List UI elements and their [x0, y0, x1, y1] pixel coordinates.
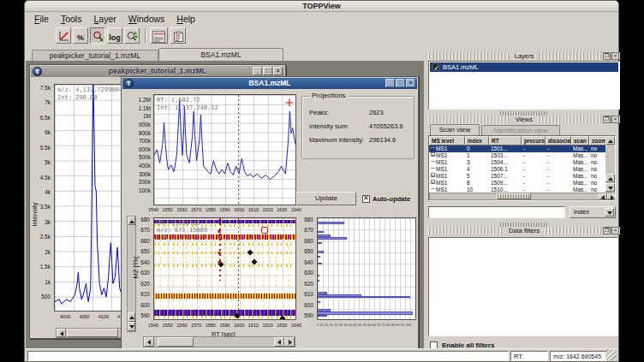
scroll-up-button[interactable]	[605, 136, 615, 145]
cell-dissociation: -	[546, 159, 571, 166]
linear-intensity-button[interactable]	[56, 27, 71, 44]
scroll-up-button-2[interactable]	[605, 174, 615, 182]
float-panel-icon[interactable]: ❐	[603, 116, 611, 123]
column-header[interactable]: dissocia	[546, 136, 571, 145]
table-row[interactable]: +MS181509...--Mas...no	[429, 180, 615, 187]
annotate-button[interactable]	[170, 27, 186, 44]
table-v-scrollbar[interactable]	[605, 136, 615, 193]
scroll-down-button[interactable]	[605, 183, 615, 192]
close-panel-icon[interactable]: ×	[611, 116, 619, 123]
reset-zoom-icon	[127, 31, 138, 42]
close-panel-icon[interactable]: ×	[611, 227, 619, 234]
layer-visibility-checkbox[interactable]	[432, 63, 439, 70]
log-intensity-button[interactable]: log	[107, 27, 122, 44]
chromatogram-trace	[154, 95, 295, 205]
scan-search-input[interactable]	[428, 206, 565, 218]
resize-grip[interactable]	[605, 349, 617, 360]
scroll-thumb[interactable]	[158, 337, 194, 347]
map-2d-plot[interactable]: RT: 1,614.65 m/z: 671.15089 Int: 2,718.5…	[153, 217, 296, 320]
tab-scan-view[interactable]: Scan view	[430, 124, 480, 135]
axis-tick: 3.5k	[40, 204, 51, 210]
column-header[interactable]: RT	[489, 136, 522, 145]
scroll-thumb[interactable]	[67, 329, 118, 337]
scroll-up-button[interactable]	[128, 217, 135, 225]
axis-tick: 2k	[45, 248, 51, 254]
auto-update-label: Auto-update	[373, 195, 410, 203]
msms-view-button[interactable]: MS/MS	[150, 27, 168, 44]
projection-bar	[318, 263, 322, 264]
expand-icon[interactable]: +	[431, 173, 435, 177]
close-button[interactable]: ×	[406, 79, 415, 87]
auto-update-checkbox[interactable]	[362, 195, 370, 203]
axis-tick: 1600	[234, 323, 244, 328]
cell-ms-level: MS1	[429, 159, 465, 166]
menu-file[interactable]: File	[28, 12, 55, 26]
table-row[interactable]: MS101501...--Mas...no	[429, 145, 615, 152]
layer-item[interactable]: BSA1.mzML	[430, 62, 618, 72]
scroll-left-button[interactable]	[599, 193, 607, 199]
scroll-up-button-2[interactable]	[128, 312, 135, 322]
tab-identification-view[interactable]: Identification view	[481, 125, 560, 135]
table-row[interactable]: +MS111503...--Mas...no	[429, 152, 615, 159]
zoom-mode-button[interactable]	[90, 27, 105, 44]
menu-tools[interactable]: Tools	[55, 12, 88, 26]
menu-windows[interactable]: Windows	[122, 12, 171, 26]
scroll-right-button[interactable]	[284, 337, 295, 347]
projection-bar	[318, 280, 319, 282]
maximize-button[interactable]: □	[396, 79, 405, 87]
column-header[interactable]: scan t	[571, 136, 589, 145]
app-titlebar[interactable]: TOPPView	[25, 1, 618, 12]
expand-icon[interactable]: +	[431, 180, 435, 184]
search-column-combo[interactable]: index	[569, 206, 616, 218]
tab-peakpicker-tutorial[interactable]: peakpicker_tutorial_1.mzML	[32, 50, 158, 61]
scroll-left-button[interactable]	[144, 337, 154, 347]
minimize-button[interactable]: _	[253, 67, 262, 75]
axis-tick: 630	[304, 270, 313, 276]
tab-bsa1[interactable]: BSA1.mzML	[158, 48, 283, 61]
scroll-left-button-2[interactable]	[274, 337, 284, 347]
scroll-thumb[interactable]	[497, 193, 531, 199]
percentage-intensity-button[interactable]: %	[73, 27, 88, 44]
axis-tick: 650	[304, 248, 313, 254]
scroll-left-button[interactable]	[57, 329, 66, 337]
column-header[interactable]: zoom	[589, 136, 606, 145]
expand-icon[interactable]: +	[431, 152, 435, 157]
float-panel-icon[interactable]: ❐	[603, 227, 611, 234]
maximize-button[interactable]: □	[263, 67, 272, 75]
table-row[interactable]: MS131504...--Mas...no	[429, 159, 615, 166]
scan-table-header[interactable]: MS levelindexRTprecursidissociascan tzoo…	[429, 136, 615, 145]
axis-tick: 200k	[139, 179, 151, 185]
map-h-scrollbar[interactable]	[143, 336, 295, 347]
scroll-right-button[interactable]	[607, 193, 616, 199]
close-button[interactable]: ×	[273, 67, 283, 75]
menu-layer[interactable]: Layer	[87, 12, 122, 26]
views-panel-header[interactable]: Views ❐ ×	[428, 116, 620, 123]
axis-tick: 1550	[163, 323, 173, 328]
bsa1-titlebar[interactable]: T BSA1.mzML _□×	[122, 78, 417, 89]
float-panel-icon[interactable]: ❐	[603, 52, 611, 60]
mz-projection-plot[interactable]	[317, 217, 416, 320]
column-header[interactable]: index	[465, 136, 489, 145]
table-row[interactable]: MS141506.1--Mas...no	[429, 166, 615, 173]
cell-index: 3	[465, 159, 489, 166]
scroll-down-button[interactable]	[128, 322, 135, 331]
minimize-button[interactable]: _	[385, 79, 395, 87]
menu-help[interactable]: Help	[170, 12, 201, 26]
cell-zoom: no	[589, 173, 606, 180]
cell-dissociation: -	[546, 173, 571, 180]
table-h-scrollbar[interactable]	[429, 193, 616, 200]
cell-zoom: no	[589, 145, 606, 152]
column-header[interactable]: precursi	[522, 136, 546, 145]
update-button[interactable]: Update	[296, 192, 356, 205]
combo-dropdown-icon[interactable]	[605, 208, 614, 217]
axis-tick: 600k	[139, 145, 151, 151]
reset-zoom-button[interactable]	[124, 27, 140, 44]
data-filters-panel-header[interactable]: Data filters ❐ ×	[428, 227, 620, 234]
close-panel-icon[interactable]: ×	[611, 52, 619, 60]
column-header[interactable]: MS level	[429, 136, 465, 145]
max-intensity-value: 296134.6	[369, 136, 396, 144]
axis-tick: 1560	[176, 323, 187, 328]
chromatogram-plot[interactable]: RT: 1,642.72 Int: 1,137,240.12	[153, 94, 296, 205]
table-row[interactable]: +MS151507...--Mas...no	[429, 173, 615, 180]
layers-panel-header[interactable]: Layers ❐ ×	[428, 52, 620, 60]
